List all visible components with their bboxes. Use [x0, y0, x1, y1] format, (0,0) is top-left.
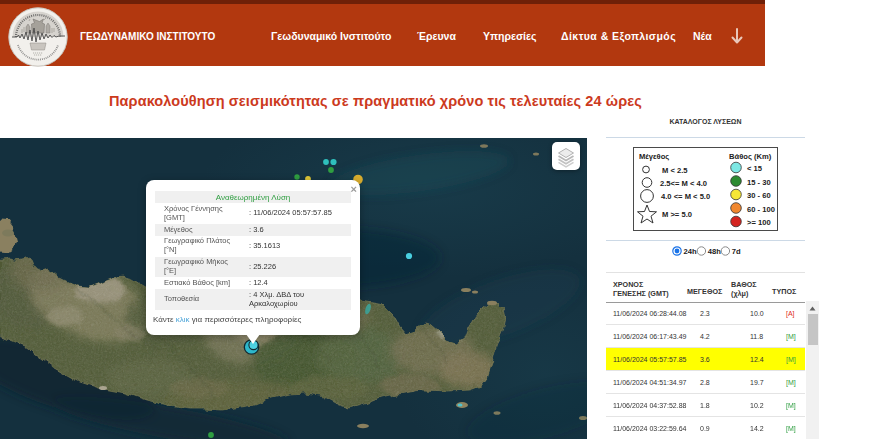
svg-text:M >= 5.0: M >= 5.0	[662, 210, 692, 219]
svg-text:60 - 100: 60 - 100	[747, 205, 775, 214]
svg-text:< 15: < 15	[747, 164, 763, 173]
svg-text:24h: 24h	[684, 247, 697, 256]
svg-text:Βάθος (Km): Βάθος (Km)	[729, 152, 772, 161]
svg-text:48h: 48h	[708, 247, 721, 256]
svg-text:30 - 60: 30 - 60	[747, 191, 771, 200]
svg-text:2.5<= M < 4.0: 2.5<= M < 4.0	[660, 179, 707, 188]
svg-text:7d: 7d	[732, 247, 741, 256]
svg-text:>= 100: >= 100	[747, 218, 771, 227]
svg-text:15 - 30: 15 - 30	[747, 178, 771, 187]
svg-text:4.0 <= M < 5.0: 4.0 <= M < 5.0	[661, 192, 710, 201]
svg-text:Μέγεθος: Μέγεθος	[639, 152, 669, 161]
svg-text:M < 2.5: M < 2.5	[662, 166, 688, 175]
